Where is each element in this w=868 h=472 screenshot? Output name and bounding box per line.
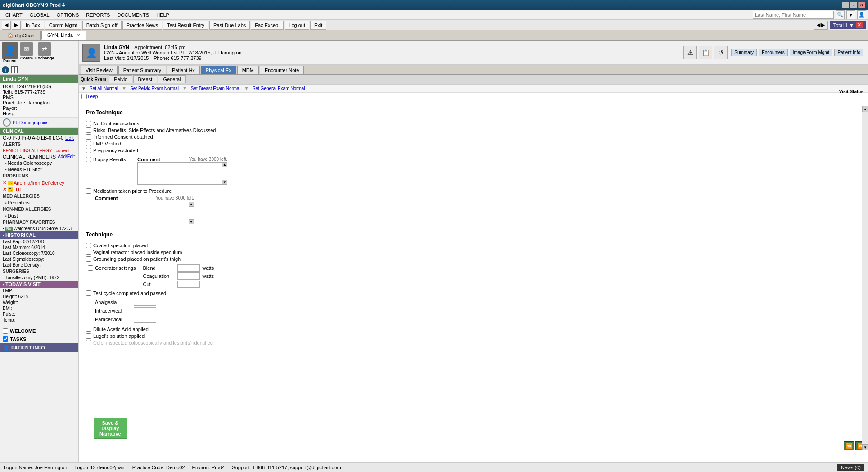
menu-help[interactable]: HELP: [153, 11, 173, 18]
reminder-flu[interactable]: Needs Flu Shot: [8, 167, 42, 172]
restore-btn[interactable]: ▫: [850, 2, 857, 8]
scroll-down-btn[interactable]: ▼: [862, 444, 868, 450]
comm-btn[interactable]: ✉ Comm: [20, 42, 33, 63]
search-dropdown-btn[interactable]: ▼: [846, 10, 855, 19]
sub-tab-breast[interactable]: Breast: [133, 75, 158, 83]
comment-scroll-down[interactable]: ▼: [222, 180, 227, 185]
exchange-btn[interactable]: ⇄ Exchange: [35, 42, 54, 63]
problem-uti[interactable]: UTI: [14, 187, 22, 192]
informed-consent-check[interactable]: [86, 134, 91, 140]
coated-speculum-check[interactable]: [86, 243, 91, 248]
comment-scroll-up[interactable]: ▲: [222, 162, 227, 167]
total-close-btn[interactable]: ✕: [856, 22, 863, 28]
refresh-btn[interactable]: ↺: [714, 46, 728, 59]
blend-input[interactable]: [177, 264, 200, 272]
patient-info-btn[interactable]: Patient Info: [834, 49, 863, 56]
menu-reports[interactable]: REPORTS: [82, 11, 113, 18]
set-all-normal-link[interactable]: Set All Normal: [90, 86, 118, 91]
close-btn[interactable]: ✕: [858, 2, 865, 8]
add-edit-link[interactable]: Add/Edit: [58, 154, 75, 159]
exit-btn[interactable]: Exit: [310, 21, 326, 30]
save-display-narrative-btn[interactable]: Save & Display Narrative: [94, 418, 127, 439]
coagulation-input[interactable]: [177, 272, 200, 280]
tasks-check[interactable]: [3, 336, 8, 342]
medication-check[interactable]: [86, 188, 91, 194]
pharmacy-walgreens[interactable]: Walgreens Drug Store 12273: [14, 226, 72, 231]
past-due-labs-btn[interactable]: Past Due Labs: [209, 21, 250, 30]
leep-check[interactable]: [81, 94, 87, 99]
tasks-item[interactable]: TASKS: [0, 335, 78, 343]
med-allergy-penicillin[interactable]: Penicillins: [8, 200, 30, 205]
alert-btn[interactable]: ⚠: [683, 46, 697, 59]
info-btn[interactable]: i: [2, 66, 9, 73]
comment2-scroll-down[interactable]: ▼: [189, 219, 194, 224]
reminder-colonoscopy[interactable]: Needs Colonoscopy: [8, 160, 52, 166]
lugol-check[interactable]: [86, 333, 91, 339]
news-badge[interactable]: News (0): [837, 464, 864, 471]
leep-link[interactable]: Leep: [88, 94, 98, 99]
vaginal-retractor-check[interactable]: [86, 250, 91, 255]
nav-next-btn[interactable]: ▶: [12, 21, 21, 30]
set-breast-link[interactable]: Set Breast Exam Normal: [191, 86, 240, 91]
problem-anemia[interactable]: Anemia/Iron Deficiency: [14, 180, 64, 186]
tab-visit-review[interactable]: Visit Review: [81, 66, 118, 74]
comment-textarea[interactable]: [137, 162, 227, 185]
tab-close-btn[interactable]: ✕: [77, 32, 81, 38]
batch-signoff-btn[interactable]: Batch Sign-off: [82, 21, 122, 30]
non-med-dust[interactable]: Dust: [8, 213, 18, 218]
nav-prev-btn[interactable]: ◀: [2, 21, 11, 30]
menu-options[interactable]: OPTIONS: [53, 11, 83, 18]
summary-btn[interactable]: Summary: [731, 49, 757, 56]
sub-tab-pelvic[interactable]: Pelvic: [109, 75, 132, 83]
logout-btn[interactable]: Log out: [285, 21, 309, 30]
nav-right-arrow[interactable]: ▶: [821, 22, 825, 28]
minimize-btn[interactable]: _: [842, 2, 849, 8]
user-icon-btn[interactable]: 👤: [857, 10, 866, 19]
tab-digichart[interactable]: 🏠 digiChart: [2, 31, 41, 40]
dilute-acid-check[interactable]: [86, 327, 91, 332]
grounding-pad-check[interactable]: [86, 256, 91, 262]
nav-back-btn[interactable]: ⏪: [844, 441, 854, 450]
set-general-link[interactable]: Set General Exam Normal: [253, 86, 305, 91]
sub-tab-general[interactable]: General: [158, 75, 185, 83]
patient-info-item[interactable]: 👤 PATIENT INFO: [0, 343, 78, 352]
practice-news-btn[interactable]: Practice News: [122, 21, 162, 30]
comm-mgmt-btn[interactable]: Comm Mgmt: [45, 21, 81, 30]
grid-btn[interactable]: [11, 66, 18, 73]
scroll-up-btn[interactable]: ▲: [862, 106, 868, 112]
tab-mdm[interactable]: MDM: [237, 66, 259, 74]
comment2-scroll-up[interactable]: ▲: [189, 202, 194, 207]
test-cycle-check[interactable]: [86, 290, 91, 296]
menu-chart[interactable]: CHART: [2, 11, 26, 18]
colp-findings-check[interactable]: [86, 340, 91, 345]
intracervical-input[interactable]: [134, 307, 156, 314]
no-contraindications-check[interactable]: [86, 121, 91, 126]
inbox-btn[interactable]: In-Box: [22, 21, 44, 30]
biopsy-results-check[interactable]: [86, 157, 91, 162]
patient-btn[interactable]: 👤 Patient: [2, 42, 18, 63]
edit-link[interactable]: Edit: [65, 135, 74, 141]
tab-physical-ex[interactable]: Physical Ex: [201, 66, 236, 74]
tab-patient-summary[interactable]: Patient Summary: [118, 66, 166, 74]
tab-encounter-note[interactable]: Encounter Note: [260, 66, 304, 74]
set-pelvic-link[interactable]: Set Pelvic Exam Normal: [130, 86, 179, 91]
allergy-item[interactable]: PENICILLINS ALLERGY : current: [0, 148, 78, 154]
total-label[interactable]: Total 1 ▼: [833, 23, 854, 28]
search-btn[interactable]: 🔍: [836, 10, 845, 19]
paracervical-input[interactable]: [134, 316, 156, 323]
encounters-btn[interactable]: Encounters: [759, 49, 788, 56]
image-form-btn[interactable]: Image/Form Mgmt: [790, 49, 833, 56]
generator-check[interactable]: [88, 265, 93, 271]
analgesia-input[interactable]: [134, 299, 156, 306]
pt-demographics-link[interactable]: Pt. Demographics: [13, 120, 48, 125]
fax-excep-btn[interactable]: Fax Excep.: [251, 21, 284, 30]
pregnancy-excluded-check[interactable]: [86, 148, 91, 153]
test-result-btn[interactable]: Test Result Entry: [163, 21, 208, 30]
tab-gyn-linda[interactable]: GYN, Linda ✕: [41, 31, 86, 40]
welcome-check[interactable]: [3, 328, 8, 334]
risks-benefits-check[interactable]: [86, 127, 91, 133]
comment2-textarea[interactable]: [95, 202, 194, 224]
nav-left-arrow[interactable]: ◀: [817, 22, 820, 28]
cut-input[interactable]: [177, 281, 200, 288]
tab-patient-hx[interactable]: Patient Hx: [167, 66, 200, 74]
